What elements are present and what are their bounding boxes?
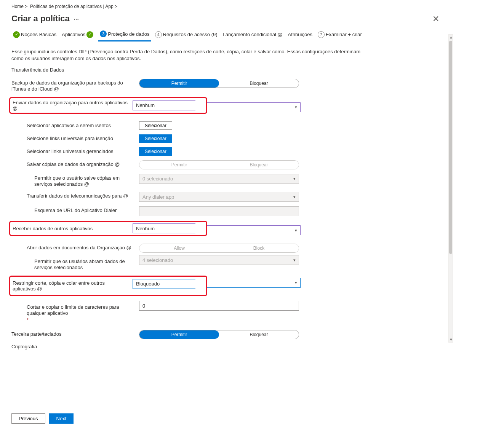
toggle-open-allow[interactable]: Allow bbox=[139, 244, 219, 252]
toggle-kb-permit[interactable]: Permitir bbox=[139, 330, 219, 339]
label-managed-links: Selecionar links universais gerenciados bbox=[11, 147, 139, 155]
label-allow-save-services: Permitir que o usuário salve cópias em s… bbox=[11, 174, 139, 188]
toggle-kb-block[interactable]: Bloquear bbox=[219, 330, 299, 339]
label-save-copies: Salvar cópias de dados da organização @ bbox=[11, 160, 139, 167]
breadcrumb: Home > Políticas de proteção de aplicati… bbox=[11, 4, 493, 9]
select-send-org[interactable]: Nenhum bbox=[133, 100, 195, 110]
button-select-exempt-links[interactable]: Selecionar bbox=[139, 134, 172, 143]
label-send-org: Enviar dados da organização para outros … bbox=[13, 100, 133, 111]
toggle-backup[interactable]: Permitir Bloquear bbox=[139, 79, 299, 88]
intro-text: Esse grupo inclui os controles DlP (Prev… bbox=[11, 48, 362, 62]
breadcrumb-home[interactable]: Home bbox=[11, 4, 24, 9]
toggle-backup-block[interactable]: Bloquear bbox=[219, 79, 299, 88]
label-third-party-kb: Terceira parte/teclados bbox=[11, 330, 139, 337]
check-icon: ✓ bbox=[13, 31, 20, 38]
chevron-down-icon: ▾ bbox=[295, 228, 297, 233]
highlight-send-org-data: Enviar dados da organização para outros … bbox=[9, 97, 207, 114]
button-select-managed-links[interactable]: Selecionar bbox=[139, 147, 172, 156]
wizard-tabs: ✓ Noções Básicas Aplicativos ✓ 3 Proteçã… bbox=[11, 29, 493, 41]
required-asterisk: * bbox=[27, 317, 29, 323]
section-data-transfer: Transferência de Dados bbox=[11, 67, 493, 73]
highlight-restrict-ccp: Restringir corte, cópia e colar entre ou… bbox=[9, 276, 207, 296]
toggle-third-party-kb[interactable]: Permitir Bloquear bbox=[139, 330, 299, 339]
label-char-limit: Cortar e copiar o limite de caracteres p… bbox=[11, 303, 139, 323]
tab-access-requirements[interactable]: 4 Requisitos de acesso (9) bbox=[154, 30, 219, 41]
label-exempt-links: Selecione links universais para isenção bbox=[11, 134, 139, 142]
scroll-down-icon[interactable]: ▼ bbox=[449, 337, 453, 342]
close-icon[interactable]: ✕ bbox=[432, 14, 439, 24]
select-restrict-ccp[interactable]: Bloqueado bbox=[133, 279, 195, 289]
step-number-icon: 4 bbox=[155, 31, 162, 38]
tab-conditional-launch[interactable]: Lançamento condicional @ bbox=[221, 30, 284, 40]
chevron-down-icon: ▾ bbox=[293, 195, 296, 199]
scroll-thumb[interactable] bbox=[449, 41, 452, 254]
select-save-services[interactable]: 0 selecionado ▾ bbox=[139, 174, 299, 184]
input-char-limit[interactable] bbox=[139, 301, 299, 311]
check-icon: ✓ bbox=[86, 31, 93, 38]
toggle-backup-permit[interactable]: Permitir bbox=[139, 79, 219, 88]
tab-data-protection[interactable]: 3 Proteção de dados bbox=[98, 29, 151, 41]
previous-button[interactable]: Previous bbox=[11, 413, 45, 424]
label-open-org-docs: Abrir dados em documentos da Organização… bbox=[11, 244, 139, 251]
label-dialer-scheme: Esquema de URL do Aplicativo Dialer bbox=[11, 206, 139, 214]
scrollbar[interactable]: ▲ ▼ bbox=[448, 34, 453, 343]
label-receive: Receber dados de outros aplicativos bbox=[13, 226, 133, 231]
button-select-exempt-apps[interactable]: Selecionar bbox=[139, 121, 172, 130]
label-exempt-apps: Selecionar aplicativos a serem isentos bbox=[11, 121, 139, 129]
next-button[interactable]: Next bbox=[49, 413, 74, 424]
toggle-save-block[interactable]: Bloquear bbox=[219, 161, 299, 169]
tab-apps[interactable]: Aplicativos ✓ bbox=[60, 30, 96, 41]
more-icon[interactable]: ⋯ bbox=[72, 16, 79, 22]
input-dialer-scheme[interactable] bbox=[139, 206, 299, 216]
toggle-save-copies[interactable]: Permitir Bloquear bbox=[139, 160, 299, 169]
label-allow-open-services: Permitir que os usuários abram dados de … bbox=[11, 257, 139, 271]
select-open-services[interactable]: 4 selecionado ▾ bbox=[139, 255, 299, 265]
label-backup: Backup de dados da organização para back… bbox=[11, 79, 139, 92]
chevron-down-icon: ▾ bbox=[295, 105, 297, 110]
label-telecom: Transferir dados de telecomunicações par… bbox=[11, 192, 139, 199]
tab-basics[interactable]: ✓ Noções Básicas bbox=[11, 30, 58, 41]
highlight-receive-data: Receber dados de outros aplicativos Nenh… bbox=[9, 221, 207, 236]
select-restrict-ccp-tail[interactable]: ▾ bbox=[207, 278, 301, 288]
tab-assignments[interactable]: Atribuições bbox=[286, 30, 314, 40]
toggle-open-block[interactable]: Block bbox=[219, 244, 299, 252]
step-number-icon: 3 bbox=[100, 30, 107, 37]
step-number-icon: 7 bbox=[318, 31, 325, 38]
tab-review-create[interactable]: 7 Examinar + criar bbox=[316, 30, 363, 41]
chevron-down-icon: ▾ bbox=[295, 280, 297, 285]
select-telecom[interactable]: Any dialer app ▾ bbox=[139, 192, 299, 202]
select-receive-tail[interactable]: ▾ bbox=[207, 225, 301, 235]
page-title: Criar a política ⋯ bbox=[11, 14, 79, 24]
toggle-save-permit[interactable]: Permitir bbox=[139, 161, 219, 169]
label-restrict-ccp: Restringir corte, cópia e colar entre ou… bbox=[13, 280, 133, 292]
select-send-org-tail[interactable]: ▾ bbox=[207, 102, 301, 112]
chevron-down-icon: ▾ bbox=[293, 176, 296, 181]
chevron-down-icon: ▾ bbox=[293, 258, 296, 263]
toggle-open-org-docs[interactable]: Allow Block bbox=[139, 244, 299, 253]
wizard-footer: Previous Next bbox=[0, 408, 504, 429]
breadcrumb-path[interactable]: Políticas de proteção de aplicativos | A… bbox=[30, 4, 114, 9]
scroll-up-icon[interactable]: ▲ bbox=[449, 35, 453, 40]
section-encryption: Criptografia bbox=[11, 344, 493, 349]
select-receive[interactable]: Nenhum bbox=[133, 223, 195, 233]
